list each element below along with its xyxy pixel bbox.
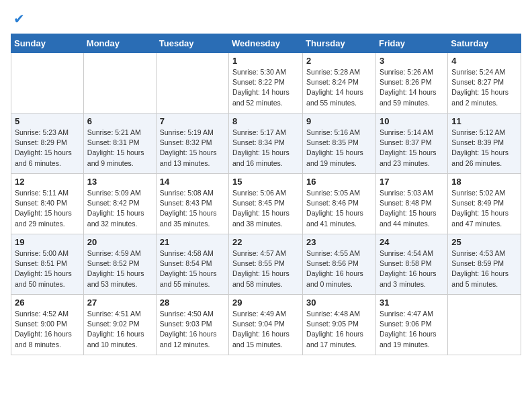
day-info: Sunrise: 4:55 AM Sunset: 8:56 PM Dayligh… — [306, 248, 372, 289]
calendar-cell: 9Sunrise: 5:16 AM Sunset: 8:35 PM Daylig… — [303, 113, 376, 174]
header-cell-thursday: Thursday — [303, 34, 376, 53]
day-info: Sunrise: 4:52 AM Sunset: 9:00 PM Dayligh… — [15, 309, 80, 350]
week-row-1: 1Sunrise: 5:30 AM Sunset: 8:22 PM Daylig… — [11, 53, 521, 113]
week-row-2: 5Sunrise: 5:23 AM Sunset: 8:29 PM Daylig… — [11, 113, 521, 174]
calendar-cell: 3Sunrise: 5:26 AM Sunset: 8:26 PM Daylig… — [375, 53, 447, 113]
header-cell-monday: Monday — [83, 34, 156, 53]
day-info: Sunrise: 5:11 AM Sunset: 8:40 PM Dayligh… — [15, 188, 80, 229]
day-number: 8 — [232, 116, 299, 126]
calendar-cell: 30Sunrise: 4:48 AM Sunset: 9:05 PM Dayli… — [303, 295, 376, 355]
day-number: 1 — [232, 56, 299, 66]
calendar-cell: 7Sunrise: 5:19 AM Sunset: 8:32 PM Daylig… — [156, 113, 228, 174]
day-number: 30 — [306, 298, 372, 308]
page-header: ✔ — [11, 11, 521, 27]
day-info: Sunrise: 5:02 AM Sunset: 8:49 PM Dayligh… — [451, 188, 517, 229]
day-info: Sunrise: 5:14 AM Sunset: 8:37 PM Dayligh… — [380, 128, 444, 169]
calendar-cell: 1Sunrise: 5:30 AM Sunset: 8:22 PM Daylig… — [229, 53, 303, 113]
day-info: Sunrise: 5:09 AM Sunset: 8:42 PM Dayligh… — [87, 188, 152, 229]
calendar-cell — [11, 53, 84, 113]
day-number: 2 — [306, 56, 372, 66]
day-number: 3 — [380, 56, 444, 66]
day-info: Sunrise: 5:26 AM Sunset: 8:26 PM Dayligh… — [380, 67, 444, 108]
day-number: 14 — [160, 177, 225, 187]
week-row-5: 26Sunrise: 4:52 AM Sunset: 9:00 PM Dayli… — [11, 295, 521, 355]
bird-icon: ✔ — [13, 11, 25, 27]
calendar-cell: 10Sunrise: 5:14 AM Sunset: 8:37 PM Dayli… — [375, 113, 447, 174]
calendar-cell: 6Sunrise: 5:21 AM Sunset: 8:31 PM Daylig… — [83, 113, 156, 174]
day-number: 24 — [380, 237, 444, 247]
day-number: 25 — [451, 237, 517, 247]
header-row: SundayMondayTuesdayWednesdayThursdayFrid… — [11, 34, 521, 53]
header-cell-sunday: Sunday — [11, 34, 84, 53]
day-number: 18 — [451, 177, 517, 187]
week-row-3: 12Sunrise: 5:11 AM Sunset: 8:40 PM Dayli… — [11, 174, 521, 234]
day-info: Sunrise: 5:05 AM Sunset: 8:46 PM Dayligh… — [306, 188, 372, 229]
header-cell-wednesday: Wednesday — [229, 34, 303, 53]
day-info: Sunrise: 5:06 AM Sunset: 8:45 PM Dayligh… — [232, 188, 299, 229]
calendar-cell: 11Sunrise: 5:12 AM Sunset: 8:39 PM Dayli… — [448, 113, 521, 174]
calendar-cell: 27Sunrise: 4:51 AM Sunset: 9:02 PM Dayli… — [83, 295, 156, 355]
day-number: 10 — [380, 116, 444, 126]
day-info: Sunrise: 4:47 AM Sunset: 9:06 PM Dayligh… — [380, 309, 444, 350]
day-number: 17 — [380, 177, 444, 187]
day-info: Sunrise: 5:16 AM Sunset: 8:35 PM Dayligh… — [306, 128, 372, 169]
day-info: Sunrise: 4:54 AM Sunset: 8:58 PM Dayligh… — [380, 248, 444, 289]
day-number: 11 — [451, 116, 517, 126]
header-cell-saturday: Saturday — [448, 34, 521, 53]
day-number: 7 — [160, 116, 225, 126]
day-number: 20 — [87, 237, 152, 247]
calendar-cell: 8Sunrise: 5:17 AM Sunset: 8:34 PM Daylig… — [229, 113, 303, 174]
calendar-cell: 17Sunrise: 5:03 AM Sunset: 8:48 PM Dayli… — [375, 174, 447, 234]
day-info: Sunrise: 5:28 AM Sunset: 8:24 PM Dayligh… — [306, 67, 372, 108]
calendar-cell: 13Sunrise: 5:09 AM Sunset: 8:42 PM Dayli… — [83, 174, 156, 234]
day-info: Sunrise: 4:59 AM Sunset: 8:52 PM Dayligh… — [87, 248, 152, 289]
calendar-cell: 20Sunrise: 4:59 AM Sunset: 8:52 PM Dayli… — [83, 234, 156, 295]
day-info: Sunrise: 5:03 AM Sunset: 8:48 PM Dayligh… — [380, 188, 444, 229]
calendar-cell: 22Sunrise: 4:57 AM Sunset: 8:55 PM Dayli… — [229, 234, 303, 295]
calendar-cell: 15Sunrise: 5:06 AM Sunset: 8:45 PM Dayli… — [229, 174, 303, 234]
header-cell-tuesday: Tuesday — [156, 34, 228, 53]
day-number: 27 — [87, 298, 152, 308]
day-info: Sunrise: 5:21 AM Sunset: 8:31 PM Dayligh… — [87, 128, 152, 169]
calendar-cell: 12Sunrise: 5:11 AM Sunset: 8:40 PM Dayli… — [11, 174, 84, 234]
day-info: Sunrise: 4:51 AM Sunset: 9:02 PM Dayligh… — [87, 309, 152, 350]
day-info: Sunrise: 4:57 AM Sunset: 8:55 PM Dayligh… — [232, 248, 299, 289]
calendar-cell: 23Sunrise: 4:55 AM Sunset: 8:56 PM Dayli… — [303, 234, 376, 295]
day-number: 23 — [306, 237, 372, 247]
day-info: Sunrise: 5:00 AM Sunset: 8:51 PM Dayligh… — [15, 248, 80, 289]
day-number: 29 — [232, 298, 299, 308]
calendar-cell: 26Sunrise: 4:52 AM Sunset: 9:00 PM Dayli… — [11, 295, 84, 355]
calendar-cell: 18Sunrise: 5:02 AM Sunset: 8:49 PM Dayli… — [448, 174, 521, 234]
day-info: Sunrise: 4:53 AM Sunset: 8:59 PM Dayligh… — [451, 248, 517, 289]
day-info: Sunrise: 4:58 AM Sunset: 8:54 PM Dayligh… — [160, 248, 225, 289]
day-number: 6 — [87, 116, 152, 126]
calendar-cell: 29Sunrise: 4:49 AM Sunset: 9:04 PM Dayli… — [229, 295, 303, 355]
day-number: 19 — [15, 237, 80, 247]
day-info: Sunrise: 5:08 AM Sunset: 8:43 PM Dayligh… — [160, 188, 225, 229]
day-number: 13 — [87, 177, 152, 187]
logo: ✔ — [11, 11, 25, 27]
day-info: Sunrise: 5:30 AM Sunset: 8:22 PM Dayligh… — [232, 67, 299, 108]
day-number: 31 — [380, 298, 444, 308]
week-row-4: 19Sunrise: 5:00 AM Sunset: 8:51 PM Dayli… — [11, 234, 521, 295]
day-number: 5 — [15, 116, 80, 126]
day-info: Sunrise: 4:48 AM Sunset: 9:05 PM Dayligh… — [306, 309, 372, 350]
calendar-cell: 4Sunrise: 5:24 AM Sunset: 8:27 PM Daylig… — [448, 53, 521, 113]
day-number: 16 — [306, 177, 372, 187]
day-number: 12 — [15, 177, 80, 187]
day-info: Sunrise: 5:17 AM Sunset: 8:34 PM Dayligh… — [232, 128, 299, 169]
calendar-cell: 19Sunrise: 5:00 AM Sunset: 8:51 PM Dayli… — [11, 234, 84, 295]
calendar-cell — [156, 53, 228, 113]
day-number: 28 — [160, 298, 225, 308]
calendar-cell: 14Sunrise: 5:08 AM Sunset: 8:43 PM Dayli… — [156, 174, 228, 234]
calendar-cell: 31Sunrise: 4:47 AM Sunset: 9:06 PM Dayli… — [375, 295, 447, 355]
day-info: Sunrise: 4:50 AM Sunset: 9:03 PM Dayligh… — [160, 309, 225, 350]
calendar-cell: 21Sunrise: 4:58 AM Sunset: 8:54 PM Dayli… — [156, 234, 228, 295]
calendar-cell: 25Sunrise: 4:53 AM Sunset: 8:59 PM Dayli… — [448, 234, 521, 295]
calendar-cell: 16Sunrise: 5:05 AM Sunset: 8:46 PM Dayli… — [303, 174, 376, 234]
calendar-cell: 24Sunrise: 4:54 AM Sunset: 8:58 PM Dayli… — [375, 234, 447, 295]
day-number: 22 — [232, 237, 299, 247]
calendar-cell: 2Sunrise: 5:28 AM Sunset: 8:24 PM Daylig… — [303, 53, 376, 113]
day-info: Sunrise: 5:24 AM Sunset: 8:27 PM Dayligh… — [451, 67, 517, 108]
day-info: Sunrise: 5:12 AM Sunset: 8:39 PM Dayligh… — [451, 128, 517, 169]
